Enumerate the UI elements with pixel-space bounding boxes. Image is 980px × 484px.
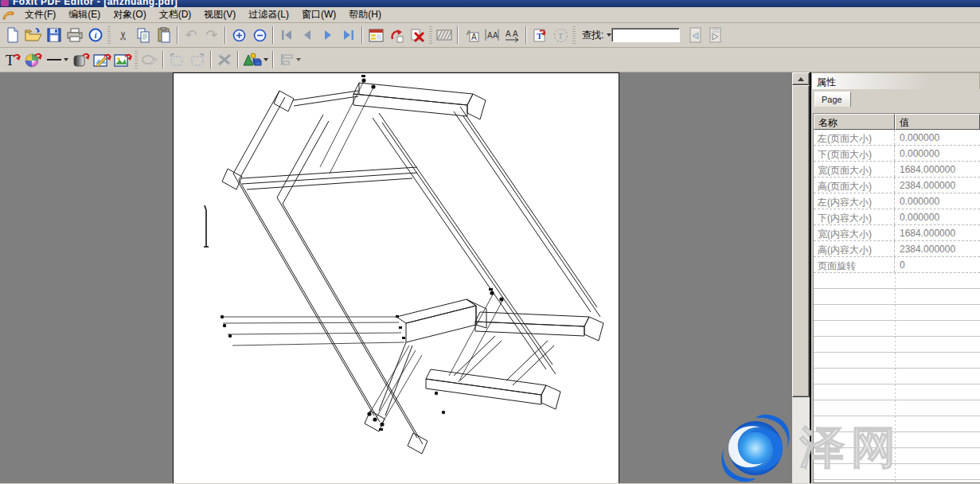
prop-value[interactable]: 0.000000 — [895, 209, 980, 224]
table-row[interactable]: 左(内容大小)0.000000 — [814, 193, 980, 209]
zoom-in-button[interactable] — [228, 25, 249, 45]
column-header-name[interactable]: 名称 — [814, 114, 895, 130]
menu-window[interactable]: 窗口(W) — [295, 6, 342, 24]
first-page-button[interactable] — [276, 25, 297, 45]
table-row[interactable]: 高(页面大小)2384.000000 — [814, 178, 980, 193]
menu-help[interactable]: 帮助(H) — [342, 6, 388, 24]
align-dropdown-icon[interactable] — [296, 58, 301, 61]
next-page-button[interactable] — [318, 25, 338, 45]
toolbar-grip[interactable] — [429, 26, 432, 44]
redo-button[interactable]: ↷ — [201, 25, 222, 45]
text-circle-button[interactable]: T — [550, 25, 571, 45]
properties-panel-title: 属性 — [811, 72, 980, 89]
document-menu-icon[interactable] — [2, 9, 16, 21]
vertical-scrollbar[interactable] — [792, 72, 810, 483]
menu-document[interactable]: 文档(D) — [153, 6, 198, 24]
save-button[interactable] — [44, 25, 64, 45]
add-text-button[interactable]: T — [2, 50, 23, 70]
scrollbar-thumb[interactable] — [792, 85, 810, 397]
prop-value[interactable]: 2384.000000 — [895, 178, 980, 193]
shapes-dropdown-icon[interactable] — [264, 58, 268, 61]
open-file-button[interactable] — [23, 25, 44, 45]
form-window-button[interactable] — [365, 25, 386, 45]
menu-file[interactable]: 文件(F) — [18, 6, 62, 24]
import-rotate-button[interactable] — [386, 25, 407, 45]
pdf-page[interactable] — [173, 72, 619, 483]
undo-icon: ↶ — [185, 28, 197, 42]
prop-value[interactable]: 2384.000000 — [895, 241, 980, 256]
properties-panel: 属性 Page 名称 值 左(页面大小)0.000000 下(页面大小)0.00… — [811, 72, 980, 483]
rotate-object-right-button[interactable] — [187, 50, 208, 70]
toolbar-grip[interactable] — [572, 26, 576, 44]
table-row[interactable]: 下(页面大小)0.000000 — [814, 146, 980, 162]
edit-path-button[interactable] — [139, 50, 160, 70]
document-info-button[interactable]: i — [85, 25, 106, 45]
line-style-button[interactable] — [44, 50, 71, 70]
column-header-value[interactable]: 值 — [895, 114, 980, 130]
menu-view[interactable]: 视图(V) — [197, 6, 242, 24]
prop-value[interactable]: 0.000000 — [895, 130, 980, 145]
document-canvas[interactable] — [0, 72, 792, 483]
last-page-button[interactable] — [338, 25, 359, 45]
table-row[interactable]: 左(页面大小)0.000000 — [814, 130, 980, 146]
hatch-pattern-button[interactable] — [434, 25, 455, 45]
prop-value[interactable]: 1684.000000 — [895, 162, 980, 177]
align-tool-button[interactable] — [276, 50, 305, 70]
prop-value[interactable]: 0 — [895, 257, 980, 272]
zoom-in-icon — [232, 29, 246, 42]
title-bar: Foxit PDF Editor - [anzhuang.pdf] — [0, 0, 980, 7]
undo-button[interactable]: ↶ — [181, 25, 201, 45]
menu-edit[interactable]: 编辑(E) — [62, 6, 107, 24]
cut-icon: ✂ — [116, 30, 128, 41]
info-icon: i — [88, 28, 103, 42]
zoom-out-button[interactable] — [249, 25, 270, 45]
add-shading-button[interactable] — [71, 50, 92, 70]
table-row[interactable]: 宽(页面大小)1684.000000 — [814, 162, 980, 178]
find-input[interactable] — [611, 28, 680, 42]
toolbar-grip[interactable] — [107, 26, 111, 44]
prop-value[interactable]: 1684.000000 — [895, 225, 980, 240]
svg-text:A: A — [487, 31, 493, 40]
find-prev-page-button[interactable] — [685, 25, 705, 45]
font-narrow-button[interactable]: AA — [482, 25, 502, 45]
prop-value[interactable]: 0.000000 — [895, 146, 980, 161]
toolbar-separator — [361, 26, 363, 44]
print-button[interactable] — [64, 25, 85, 45]
toolbar-separator — [272, 26, 274, 44]
font-replace-button[interactable]: AA — [461, 25, 482, 45]
copy-button[interactable] — [133, 25, 154, 45]
text-caret — [204, 205, 209, 247]
table-row[interactable]: 宽(内容大小)1684.000000 — [814, 225, 980, 241]
cut-button[interactable]: ✂ — [112, 25, 133, 45]
add-color-button[interactable] — [23, 50, 44, 70]
add-image-button[interactable] — [112, 50, 133, 70]
properties-tabs: Page — [811, 89, 980, 107]
shapes-tool-icon — [243, 52, 262, 68]
paste-button[interactable] — [154, 25, 174, 45]
svg-text:A: A — [493, 31, 498, 40]
text-export-button[interactable]: T — [529, 25, 550, 45]
toolbar-grip[interactable] — [135, 51, 138, 68]
delete-object-icon — [216, 52, 233, 68]
edit-image-button[interactable] — [92, 50, 112, 70]
delete-page-button[interactable] — [407, 25, 428, 45]
delete-object-button[interactable] — [214, 50, 235, 70]
prop-name: 宽(内容大小) — [814, 225, 895, 240]
font-widen-button[interactable]: AA — [502, 25, 523, 45]
shapes-tool-button[interactable] — [241, 50, 270, 70]
tab-page[interactable]: Page — [814, 92, 851, 107]
rotate-object-left-button[interactable] — [166, 50, 187, 70]
new-document-button[interactable] — [2, 25, 23, 45]
find-next-page-button[interactable] — [705, 25, 726, 45]
prop-value[interactable]: 0.000000 — [895, 193, 980, 209]
toolbar-separator — [225, 26, 226, 44]
menu-object[interactable]: 对象(O) — [107, 6, 152, 24]
menu-filter[interactable]: 过滤器(L) — [242, 6, 295, 24]
line-style-dropdown-icon[interactable] — [64, 58, 68, 61]
table-row[interactable]: 下(内容大小)0.000000 — [814, 209, 980, 225]
table-row[interactable]: 页面旋转0 — [814, 257, 980, 273]
prev-page-button[interactable] — [297, 25, 318, 45]
scroll-up-button[interactable] — [792, 72, 810, 85]
table-row[interactable]: 高(内容大小)2384.000000 — [814, 241, 980, 257]
properties-table: 名称 值 左(页面大小)0.000000 下(页面大小)0.000000 宽(页… — [813, 113, 980, 483]
